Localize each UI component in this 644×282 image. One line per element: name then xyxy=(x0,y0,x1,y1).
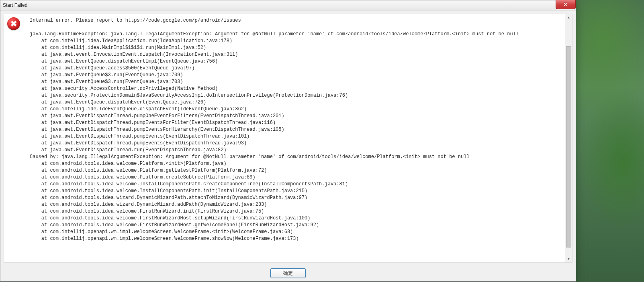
button-row: 确定 xyxy=(0,266,576,281)
titlebar[interactable]: Start Failed ✕ xyxy=(0,0,576,10)
ok-button[interactable]: 确定 xyxy=(270,268,306,278)
content-area: ✖ Internal error. Please report to https… xyxy=(4,14,572,263)
dialog-title: Start Failed xyxy=(2,2,574,8)
scroll-down-arrow-icon[interactable]: ▼ xyxy=(565,256,572,262)
error-dialog: Start Failed ✕ ✖ Internal error. Please … xyxy=(0,0,576,282)
close-icon: ✕ xyxy=(563,1,568,8)
vertical-scrollbar[interactable]: ▲ ▼ xyxy=(565,14,572,262)
error-icon: ✖ xyxy=(7,17,20,30)
icon-column: ✖ xyxy=(4,14,30,262)
error-message-text: Internal error. Please report to https:/… xyxy=(30,17,570,242)
scroll-thumb[interactable] xyxy=(566,46,571,248)
scroll-up-arrow-icon[interactable]: ▲ xyxy=(565,14,572,21)
message-scroll-area[interactable]: Internal error. Please report to https:/… xyxy=(30,14,572,262)
close-button[interactable]: ✕ xyxy=(556,0,576,9)
